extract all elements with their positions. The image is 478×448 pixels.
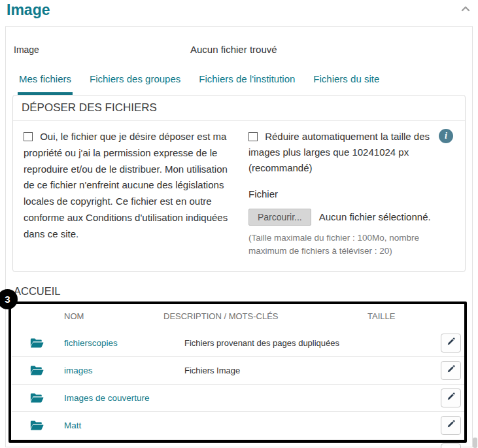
folder-open-icon	[12, 419, 60, 431]
upload-section-body: Oui, le fichier que je désire déposer es…	[13, 121, 465, 271]
folder-link[interactable]: images	[60, 366, 180, 375]
column-header-size: TAILLE	[363, 311, 422, 321]
image-field-row: Image Aucun fichier trouvé	[6, 27, 472, 55]
file-input-row: Parcourir... Aucun fichier sélectionné.	[248, 209, 454, 226]
folder-table: fichierscopies Fichiers provenant des pa…	[12, 330, 466, 448]
folder-link[interactable]: Matt	[60, 421, 180, 430]
upload-section-title: DÉPOSER DES FICHIERS	[13, 95, 465, 121]
table-row: Murdock	[12, 439, 466, 448]
edit-folder-button[interactable]	[441, 334, 461, 353]
upload-limits-note: (Taille maximale du fichier : 100Mo, nom…	[248, 232, 454, 258]
table-row: images Fichiers Image	[12, 357, 466, 385]
folder-table-header: NOM DESCRIPTION / MOTS-CLÉS TAILLE	[12, 304, 466, 330]
image-field-label: Image	[14, 44, 190, 55]
edit-folder-button[interactable]	[441, 443, 461, 448]
license-agreement: Oui, le fichier que je désire déposer es…	[24, 129, 231, 258]
license-checkbox-label: Oui, le fichier que je désire déposer es…	[24, 131, 228, 239]
tab-mes-fichiers[interactable]: Mes fichiers	[18, 73, 73, 95]
pencil-icon	[447, 337, 455, 348]
page-title: Image	[7, 1, 50, 19]
folder-open-icon	[12, 392, 60, 404]
info-icon[interactable]: i	[439, 129, 453, 143]
file-source-tabs: Mes fichiers Fichiers des groupes Fichie…	[6, 73, 472, 95]
file-field-label: Fichier	[248, 186, 454, 202]
upload-fieldset: DÉPOSER DES FICHIERS Oui, le fichier que…	[12, 95, 466, 272]
resize-checkbox-label: Réduire automatiquement la taille des im…	[248, 131, 430, 173]
edit-folder-button[interactable]	[441, 388, 461, 407]
chevron-up-icon	[460, 6, 471, 16]
folder-description: Fichiers Image	[180, 366, 363, 375]
license-checkbox[interactable]	[24, 132, 33, 141]
folder-link[interactable]: fichierscopies	[60, 338, 180, 348]
folder-open-icon	[12, 364, 60, 376]
table-row: fichierscopies Fichiers provenant des pa…	[12, 330, 466, 357]
tab-fichiers-du-site[interactable]: Fichiers du site	[312, 73, 381, 95]
pencil-icon	[447, 365, 455, 375]
edit-folder-button[interactable]	[441, 361, 461, 380]
folder-open-icon	[12, 337, 60, 349]
table-row: Images de couverture	[12, 385, 466, 412]
folder-section-title: ACCUEIL	[12, 285, 466, 304]
tab-fichiers-des-groupes[interactable]: Fichiers des groupes	[88, 73, 182, 95]
column-header-description: DESCRIPTION / MOTS-CLÉS	[159, 311, 363, 321]
image-block-panel: Image Aucun fichier trouvé Mes fichiers …	[5, 26, 473, 447]
browse-button[interactable]: Parcourir...	[248, 209, 311, 226]
tab-fichiers-institution[interactable]: Fichiers de l'institution	[197, 73, 296, 95]
no-file-found-text: Aucun fichier trouvé	[190, 44, 277, 55]
table-row: Matt	[12, 412, 466, 439]
folder-description: Fichiers provenant des pages dupliquées	[180, 338, 363, 348]
pencil-icon	[447, 420, 455, 430]
no-file-selected-text: Aucun fichier sélectionné.	[319, 209, 431, 225]
folder-link[interactable]: Images de couverture	[60, 393, 180, 403]
upload-controls: Réduire automatiquement la taille des im…	[248, 129, 454, 258]
edit-folder-button[interactable]	[441, 416, 461, 435]
pencil-icon	[447, 392, 455, 403]
resize-images-checkbox[interactable]	[248, 132, 258, 141]
collapse-button[interactable]	[460, 4, 471, 16]
scrollbar-thumb[interactable]	[473, 438, 477, 448]
